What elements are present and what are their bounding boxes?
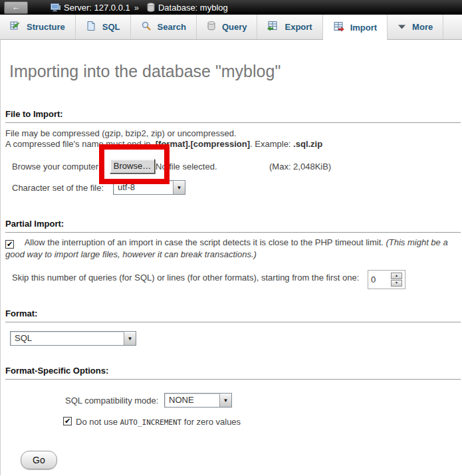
stepper-up-icon[interactable]: ▲: [391, 273, 402, 279]
sql-icon: [86, 21, 96, 33]
charset-selected-value: utf-8: [114, 181, 173, 194]
chevron-down-icon[interactable]: ▼: [124, 332, 136, 345]
charset-label: Character set of the file:: [12, 183, 104, 193]
compression-info-text: File may be compressed (gzip, bzip2, zip…: [5, 128, 457, 150]
charset-select[interactable]: utf-8 ▼: [113, 180, 185, 195]
structure-icon: [10, 21, 21, 33]
auto-increment-code: AUTO_INCREMENT: [120, 418, 182, 427]
query-icon: [207, 21, 216, 33]
sql-compat-label: SQL compatibility mode:: [65, 396, 158, 406]
compression-line1: File may be compressed (gzip, bzip2, zip…: [5, 128, 457, 139]
server-icon: [51, 3, 60, 12]
allow-interrupt-checkbox[interactable]: ✔: [5, 240, 14, 249]
allow-interrupt-label: Allow the interruption of an import in c…: [25, 237, 386, 247]
skip-queries-row: Skip this number of queries (for SQL) or…: [1, 270, 462, 287]
example-token: .sql.zip: [293, 139, 322, 149]
skip-queries-label: Skip this number of queries (for SQL) or…: [12, 273, 359, 283]
compression-line2: A compressed file's name must end in .[f…: [5, 139, 457, 150]
format-compression-token: .[format].[compression]: [153, 139, 250, 149]
section-heading-format-specific: Format-Specific Options:: [5, 366, 461, 380]
sql-compat-selected-value: NONE: [165, 394, 219, 407]
tab-label: Import: [350, 23, 377, 33]
page-title: Importing into the database "myblog": [1, 40, 462, 81]
tab-bar: Structure SQL Search Query: [0, 15, 462, 40]
chevron-down-icon[interactable]: ▼: [173, 181, 185, 194]
autoincrement-checkbox[interactable]: ✔: [63, 417, 72, 425]
tab-label: More: [412, 22, 433, 32]
browse-computer-label: Browse your computer:: [12, 162, 101, 172]
tab-label: Structure: [27, 22, 65, 32]
chevron-down-icon[interactable]: ▼: [219, 394, 231, 407]
tab-query[interactable]: Query: [197, 15, 258, 39]
file-upload-row: Browse your computer: Browse… No file se…: [1, 159, 462, 175]
browse-button[interactable]: Browse…: [110, 159, 155, 174]
go-button[interactable]: Go: [21, 451, 57, 469]
section-heading-file-to-import: File to Import:: [5, 109, 461, 123]
tab-sql[interactable]: SQL: [76, 15, 131, 39]
autoincrement-label: Do not use AUTO_INCREMENT for zero value…: [76, 417, 241, 427]
import-icon: [333, 21, 344, 34]
max-size-text: (Max: 2,048KiB): [269, 162, 331, 172]
tab-label: Query: [222, 22, 247, 32]
tab-label: Export: [285, 22, 312, 32]
tab-import[interactable]: Import: [323, 15, 388, 40]
charset-row: Character set of the file: utf-8 ▼: [1, 180, 462, 196]
section-heading-partial-import: Partial Import:: [5, 219, 461, 233]
back-button[interactable]: ←: [4, 1, 28, 14]
no-file-selected-text: No file selected.: [156, 162, 217, 172]
database-icon: [147, 3, 155, 12]
breadcrumb-database[interactable]: Database: myblog: [158, 3, 228, 13]
tab-search[interactable]: Search: [131, 15, 197, 39]
tab-structure[interactable]: Structure: [0, 15, 76, 39]
search-icon: [141, 21, 152, 33]
format-selected-value: SQL: [11, 332, 124, 345]
format-select[interactable]: SQL ▼: [10, 331, 136, 346]
skip-queries-stepper[interactable]: 0 ▲ ▼: [368, 270, 405, 289]
export-icon: [267, 21, 279, 33]
import-page: Importing into the database "myblog" Fil…: [0, 40, 462, 475]
breadcrumb-bar: ← Server: 127.0.0.1 » Database: myblog: [0, 0, 462, 15]
sql-compat-row: SQL compatibility mode: NONE ▼: [1, 393, 462, 410]
tab-export[interactable]: Export: [257, 15, 322, 39]
stepper-down-icon[interactable]: ▼: [391, 280, 402, 287]
breadcrumb-server[interactable]: Server: 127.0.0.1: [64, 3, 130, 13]
tab-label: SQL: [102, 22, 120, 32]
autoincrement-option-row: ✔ Do not use AUTO_INCREMENT for zero val…: [1, 416, 462, 428]
section-heading-format: Format:: [5, 308, 461, 322]
chevron-down-icon: [398, 22, 406, 32]
tab-more[interactable]: More: [388, 15, 443, 39]
format-row: SQL ▼: [1, 331, 462, 347]
skip-queries-value: 0: [371, 275, 388, 285]
sql-compat-select[interactable]: NONE ▼: [164, 393, 232, 408]
breadcrumb-separator: »: [134, 3, 139, 13]
allow-interrupt-option: ✔ Allow the interruption of an import in…: [5, 237, 457, 261]
tab-label: Search: [158, 22, 186, 32]
